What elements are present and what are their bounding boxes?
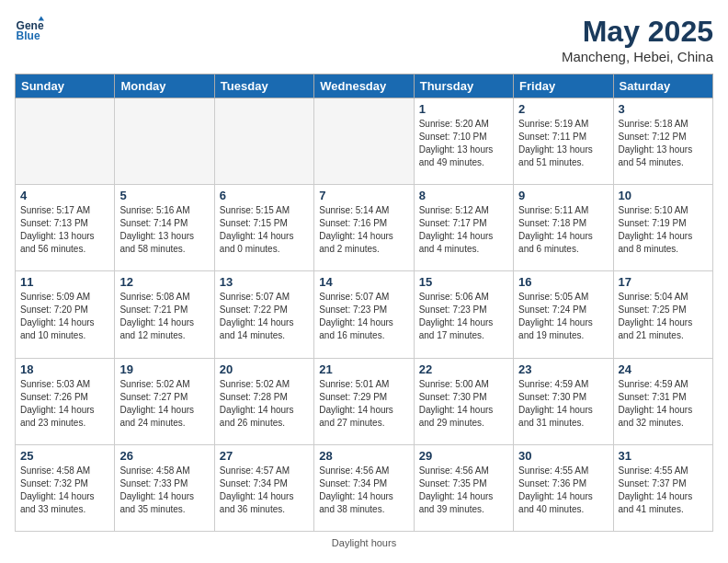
day-info: Sunrise: 5:14 AM Sunset: 7:16 PM Dayligh… — [319, 204, 408, 256]
day-info: Sunrise: 5:18 AM Sunset: 7:12 PM Dayligh… — [619, 118, 708, 169]
day-info: Sunrise: 5:17 AM Sunset: 7:13 PM Dayligh… — [20, 204, 109, 256]
day-info: Sunrise: 4:57 AM Sunset: 7:34 PM Dayligh… — [220, 465, 309, 516]
calendar-cell: 8Sunrise: 5:12 AM Sunset: 7:17 PM Daylig… — [414, 185, 513, 271]
calendar-cell: 4Sunrise: 5:17 AM Sunset: 7:13 PM Daylig… — [16, 185, 115, 271]
day-header-monday: Monday — [115, 75, 214, 98]
day-info: Sunrise: 5:07 AM Sunset: 7:23 PM Dayligh… — [319, 291, 408, 342]
day-info: Sunrise: 5:12 AM Sunset: 7:17 PM Dayligh… — [419, 204, 508, 256]
day-number: 4 — [20, 189, 109, 202]
calendar-cell: 1Sunrise: 5:20 AM Sunset: 7:10 PM Daylig… — [414, 98, 513, 185]
day-number: 11 — [20, 275, 109, 289]
calendar-cell: 3Sunrise: 5:18 AM Sunset: 7:12 PM Daylig… — [613, 98, 712, 185]
day-info: Sunrise: 4:55 AM Sunset: 7:37 PM Dayligh… — [619, 465, 708, 516]
logo-icon: General Blue — [15, 15, 44, 44]
day-number: 8 — [419, 189, 508, 202]
svg-marker-2 — [39, 17, 44, 21]
day-info: Sunrise: 5:07 AM Sunset: 7:22 PM Dayligh… — [220, 291, 309, 342]
day-info: Sunrise: 4:59 AM Sunset: 7:31 PM Dayligh… — [619, 378, 708, 430]
footer-note: Daylight hours — [15, 537, 713, 548]
day-number: 23 — [518, 362, 608, 376]
day-number: 7 — [319, 189, 408, 202]
day-number: 17 — [619, 275, 708, 289]
day-info: Sunrise: 4:58 AM Sunset: 7:32 PM Dayligh… — [20, 465, 109, 516]
svg-text:Blue: Blue — [17, 29, 40, 42]
day-number: 20 — [220, 362, 309, 376]
day-number: 1 — [419, 102, 508, 116]
calendar-cell: 15Sunrise: 5:06 AM Sunset: 7:23 PM Dayli… — [414, 271, 513, 358]
month-title: May 2025 — [562, 15, 713, 49]
calendar-week-3: 18Sunrise: 5:03 AM Sunset: 7:26 PM Dayli… — [16, 358, 713, 444]
calendar-cell: 7Sunrise: 5:14 AM Sunset: 7:16 PM Daylig… — [314, 185, 414, 271]
calendar-cell: 31Sunrise: 4:55 AM Sunset: 7:37 PM Dayli… — [613, 444, 712, 531]
day-info: Sunrise: 5:11 AM Sunset: 7:18 PM Dayligh… — [518, 204, 608, 256]
day-number: 19 — [119, 362, 209, 376]
calendar-cell — [16, 98, 115, 185]
day-number: 5 — [119, 189, 209, 202]
calendar-cell: 5Sunrise: 5:16 AM Sunset: 7:14 PM Daylig… — [115, 185, 214, 271]
day-number: 3 — [619, 102, 708, 116]
day-info: Sunrise: 5:00 AM Sunset: 7:30 PM Dayligh… — [419, 378, 508, 430]
calendar-week-4: 25Sunrise: 4:58 AM Sunset: 7:32 PM Dayli… — [16, 444, 713, 531]
day-info: Sunrise: 4:55 AM Sunset: 7:36 PM Dayligh… — [518, 465, 608, 516]
day-info: Sunrise: 5:02 AM Sunset: 7:27 PM Dayligh… — [119, 378, 209, 430]
day-number: 10 — [619, 189, 708, 202]
calendar-cell: 13Sunrise: 5:07 AM Sunset: 7:22 PM Dayli… — [214, 271, 313, 358]
day-number: 22 — [419, 362, 508, 376]
day-number: 24 — [619, 362, 708, 376]
location-title: Mancheng, Hebei, China — [562, 49, 713, 64]
calendar-cell: 14Sunrise: 5:07 AM Sunset: 7:23 PM Dayli… — [314, 271, 414, 358]
day-header-saturday: Saturday — [613, 75, 712, 98]
calendar-cell — [214, 98, 313, 185]
calendar-cell: 24Sunrise: 4:59 AM Sunset: 7:31 PM Dayli… — [613, 358, 712, 444]
calendar-cell: 26Sunrise: 4:58 AM Sunset: 7:33 PM Dayli… — [115, 444, 214, 531]
calendar-cell: 22Sunrise: 5:00 AM Sunset: 7:30 PM Dayli… — [414, 358, 513, 444]
day-info: Sunrise: 5:05 AM Sunset: 7:24 PM Dayligh… — [518, 291, 608, 342]
calendar-cell: 23Sunrise: 4:59 AM Sunset: 7:30 PM Dayli… — [514, 358, 613, 444]
calendar-cell — [314, 98, 414, 185]
day-info: Sunrise: 5:01 AM Sunset: 7:29 PM Dayligh… — [319, 378, 408, 430]
calendar-cell: 12Sunrise: 5:08 AM Sunset: 7:21 PM Dayli… — [115, 271, 214, 358]
day-number: 13 — [220, 275, 309, 289]
calendar-header-row: SundayMondayTuesdayWednesdayThursdayFrid… — [16, 75, 713, 98]
day-info: Sunrise: 5:19 AM Sunset: 7:11 PM Dayligh… — [518, 118, 608, 169]
day-info: Sunrise: 5:02 AM Sunset: 7:28 PM Dayligh… — [220, 378, 309, 430]
day-number: 28 — [319, 449, 408, 463]
day-number: 29 — [419, 449, 508, 463]
calendar-cell: 16Sunrise: 5:05 AM Sunset: 7:24 PM Dayli… — [514, 271, 613, 358]
day-info: Sunrise: 4:59 AM Sunset: 7:30 PM Dayligh… — [518, 378, 608, 430]
calendar-cell: 30Sunrise: 4:55 AM Sunset: 7:36 PM Dayli… — [514, 444, 613, 531]
title-block: May 2025 Mancheng, Hebei, China — [562, 15, 713, 64]
day-info: Sunrise: 5:03 AM Sunset: 7:26 PM Dayligh… — [20, 378, 109, 430]
day-info: Sunrise: 4:58 AM Sunset: 7:33 PM Dayligh… — [119, 465, 209, 516]
calendar-cell: 27Sunrise: 4:57 AM Sunset: 7:34 PM Dayli… — [214, 444, 313, 531]
calendar-cell: 2Sunrise: 5:19 AM Sunset: 7:11 PM Daylig… — [514, 98, 613, 185]
day-number: 21 — [319, 362, 408, 376]
day-info: Sunrise: 5:08 AM Sunset: 7:21 PM Dayligh… — [119, 291, 209, 342]
day-number: 14 — [319, 275, 408, 289]
calendar-cell: 25Sunrise: 4:58 AM Sunset: 7:32 PM Dayli… — [16, 444, 115, 531]
day-number: 2 — [518, 102, 608, 116]
calendar-cell — [115, 98, 214, 185]
day-number: 12 — [119, 275, 209, 289]
day-info: Sunrise: 5:06 AM Sunset: 7:23 PM Dayligh… — [419, 291, 508, 342]
day-info: Sunrise: 5:15 AM Sunset: 7:15 PM Dayligh… — [220, 204, 309, 256]
day-info: Sunrise: 5:09 AM Sunset: 7:20 PM Dayligh… — [20, 291, 109, 342]
day-number: 16 — [518, 275, 608, 289]
day-header-wednesday: Wednesday — [314, 75, 414, 98]
day-info: Sunrise: 5:20 AM Sunset: 7:10 PM Dayligh… — [419, 118, 508, 169]
day-number: 26 — [119, 449, 209, 463]
day-number: 6 — [220, 189, 309, 202]
calendar-cell: 6Sunrise: 5:15 AM Sunset: 7:15 PM Daylig… — [214, 185, 313, 271]
calendar-cell: 28Sunrise: 4:56 AM Sunset: 7:34 PM Dayli… — [314, 444, 414, 531]
calendar-cell: 20Sunrise: 5:02 AM Sunset: 7:28 PM Dayli… — [214, 358, 313, 444]
day-info: Sunrise: 5:16 AM Sunset: 7:14 PM Dayligh… — [119, 204, 209, 256]
day-number: 9 — [518, 189, 608, 202]
logo: General Blue — [15, 15, 44, 44]
page: General Blue May 2025 Mancheng, Hebei, C… — [0, 0, 728, 563]
calendar-cell: 21Sunrise: 5:01 AM Sunset: 7:29 PM Dayli… — [314, 358, 414, 444]
calendar-cell: 9Sunrise: 5:11 AM Sunset: 7:18 PM Daylig… — [514, 185, 613, 271]
day-number: 25 — [20, 449, 109, 463]
calendar-cell: 18Sunrise: 5:03 AM Sunset: 7:26 PM Dayli… — [16, 358, 115, 444]
day-number: 27 — [220, 449, 309, 463]
day-header-friday: Friday — [514, 75, 613, 98]
